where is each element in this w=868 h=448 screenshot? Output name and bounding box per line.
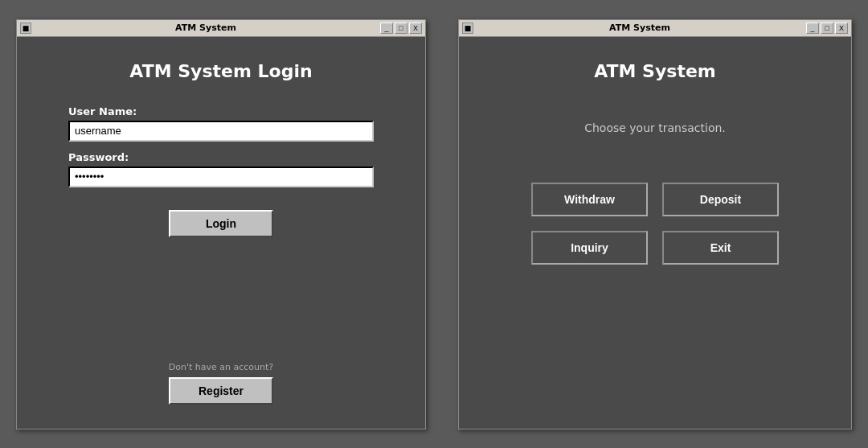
atm-maximize-button[interactable]: □ [821, 23, 833, 34]
password-label: Password: [68, 151, 374, 163]
login-heading: ATM System Login [129, 61, 312, 81]
deposit-button[interactable]: Deposit [662, 183, 779, 216]
username-label: User Name: [68, 105, 374, 117]
atm-content: ATM System Choose your transaction. With… [459, 37, 851, 429]
atm-window: ■ ATM System _ □ X ATM System Choose you… [458, 19, 852, 430]
atm-titlebar-buttons: _ □ X [806, 23, 848, 34]
withdraw-button[interactable]: Withdraw [531, 183, 648, 216]
password-group: Password: [68, 151, 374, 187]
exit-button[interactable]: Exit [662, 231, 779, 265]
login-content: ATM System Login User Name: Password: Lo… [17, 37, 425, 429]
login-window-title: ATM System [31, 23, 380, 33]
window-icon: ■ [20, 23, 31, 34]
register-button[interactable]: Register [169, 377, 273, 405]
register-section: Don't have an account? Register [169, 362, 273, 405]
login-button[interactable]: Login [169, 210, 273, 237]
transaction-row-2: Inquiry Exit [510, 231, 800, 265]
username-input[interactable] [68, 121, 374, 142]
atm-window-title: ATM System [473, 23, 806, 33]
register-hint: Don't have an account? [169, 362, 273, 372]
atm-window-icon: ■ [462, 23, 473, 34]
transaction-buttons: Withdraw Deposit Inquiry Exit [510, 183, 800, 265]
atm-subtitle: Choose your transaction. [584, 121, 726, 134]
titlebar-buttons: _ □ X [380, 23, 422, 34]
minimize-button[interactable]: _ [380, 23, 393, 34]
password-input[interactable] [68, 166, 374, 187]
transaction-row-1: Withdraw Deposit [510, 183, 800, 216]
atm-close-button[interactable]: X [835, 23, 848, 34]
login-titlebar: ■ ATM System _ □ X [17, 20, 425, 37]
login-window: ■ ATM System _ □ X ATM System Login User… [16, 19, 426, 430]
maximize-button[interactable]: □ [395, 23, 407, 34]
atm-minimize-button[interactable]: _ [806, 23, 819, 34]
close-button[interactable]: X [409, 23, 422, 34]
inquiry-button[interactable]: Inquiry [531, 231, 648, 265]
atm-titlebar: ■ ATM System _ □ X [459, 20, 851, 37]
username-group: User Name: [68, 105, 374, 142]
atm-heading: ATM System [594, 61, 716, 81]
